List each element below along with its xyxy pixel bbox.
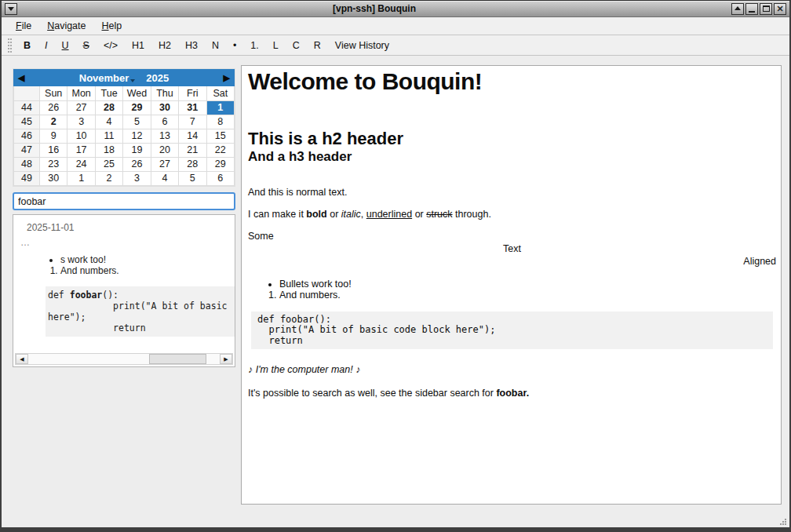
day-cell[interactable]: 12 (123, 129, 151, 143)
editor-area[interactable]: Welcome to Bouquin! This is a h2 header … (241, 65, 782, 505)
day-cell[interactable]: 3 (67, 115, 95, 129)
shade-icon (734, 6, 741, 10)
day-cell[interactable]: 1 (67, 171, 95, 185)
day-cell[interactable]: 17 (67, 143, 95, 157)
day-header-mon: Mon (67, 86, 95, 100)
day-cell[interactable]: 10 (67, 129, 95, 143)
align-left-button[interactable]: L (266, 37, 286, 54)
day-cell[interactable]: 8 (206, 115, 234, 129)
result-code-line: return (48, 322, 235, 333)
day-cell[interactable]: 2 (40, 115, 67, 129)
day-cell[interactable]: 30 (151, 100, 178, 115)
menu-navigate[interactable]: Navigate (39, 17, 93, 35)
day-cell[interactable]: 2 (95, 171, 122, 185)
day-cell[interactable]: 6 (206, 171, 234, 185)
week-number: 49 (14, 171, 40, 185)
maximize-button[interactable] (760, 3, 772, 15)
window-menu-button[interactable] (5, 3, 17, 15)
day-cell[interactable]: 30 (40, 171, 67, 185)
scroll-right-button[interactable]: ▶ (220, 354, 232, 364)
day-cell[interactable]: 5 (123, 115, 151, 129)
result-date-link[interactable]: 2025-11-01 (27, 222, 235, 233)
calendar-year[interactable]: 2025 (146, 72, 169, 84)
shade-button[interactable] (731, 3, 744, 15)
bold-button[interactable]: B (16, 37, 38, 54)
day-cell[interactable]: 23 (40, 157, 67, 171)
day-cell[interactable]: 20 (151, 143, 178, 157)
menu-file[interactable]: File (8, 17, 39, 35)
day-cell[interactable]: 26 (123, 157, 151, 171)
day-cell[interactable]: 18 (95, 143, 122, 157)
search-results-panel[interactable]: 2025-11-01 … s work too! And numbers. de… (13, 214, 235, 367)
day-cell[interactable]: 24 (67, 157, 95, 171)
day-cell[interactable]: 5 (179, 171, 206, 185)
minimize-button[interactable] (745, 3, 758, 15)
day-cell[interactable]: 21 (179, 143, 206, 157)
day-cell[interactable]: 28 (95, 100, 122, 115)
day-cell[interactable]: 19 (123, 143, 151, 157)
search-input[interactable] (13, 192, 235, 210)
doc-left-aligned: Some (248, 231, 776, 242)
menu-help[interactable]: Help (94, 17, 130, 35)
day-cell[interactable]: 29 (206, 157, 234, 171)
next-month-button[interactable]: ▶ (213, 73, 230, 83)
day-cell[interactable]: 14 (179, 129, 206, 143)
calendar-widget: ◀ November2025 ▶ Sun Mon Tue Wed Thu Fri… (13, 68, 235, 187)
format-toolbar: B I U S </> H1 H2 H3 N • 1. L C R View H… (2, 35, 789, 56)
day-cell[interactable]: 11 (95, 129, 122, 143)
horizontal-scrollbar[interactable]: ◀ ▶ (15, 353, 233, 365)
strikethrough-button[interactable]: S (76, 37, 97, 54)
day-cell[interactable]: 28 (179, 157, 206, 171)
day-cell-selected[interactable]: 1 (206, 100, 234, 115)
scrollbar-track[interactable] (28, 354, 220, 364)
align-center-button[interactable]: C (286, 37, 307, 54)
day-cell[interactable]: 31 (179, 100, 206, 115)
align-right-button[interactable]: R (307, 37, 328, 54)
underline-button[interactable]: U (55, 37, 76, 54)
view-history-button[interactable]: View History (328, 37, 396, 54)
code-button[interactable]: </> (97, 37, 125, 54)
scroll-left-button[interactable]: ◀ (16, 354, 28, 364)
calendar-week-row: 46 9 10 11 12 13 14 15 (14, 129, 235, 143)
doc-h1: Welcome to Bouquin! (248, 68, 776, 94)
doc-h3: And a h3 header (248, 150, 776, 164)
day-cell[interactable]: 7 (179, 115, 206, 129)
calendar-header: ◀ November2025 ▶ (13, 69, 235, 86)
week-number: 47 (14, 143, 40, 157)
menu-navigate-key: N (47, 20, 54, 31)
day-cell[interactable]: 15 (206, 129, 234, 143)
resize-grip[interactable] (779, 518, 787, 526)
day-cell[interactable]: 3 (123, 171, 151, 185)
day-header-sun: Sun (40, 86, 67, 100)
day-header-fri: Fri (179, 86, 206, 100)
day-cell[interactable]: 29 (123, 100, 151, 115)
day-cell[interactable]: 22 (206, 143, 234, 157)
day-cell[interactable]: 4 (95, 115, 122, 129)
normal-text-button[interactable]: N (205, 37, 226, 54)
numbered-list-button[interactable]: 1. (243, 37, 265, 54)
scrollbar-thumb[interactable] (149, 354, 206, 364)
bullet-list-button[interactable]: • (226, 37, 243, 54)
toolbar-drag-handle[interactable] (8, 38, 12, 53)
close-button[interactable]: ✕ (774, 3, 786, 15)
day-cell[interactable]: 16 (40, 143, 67, 157)
day-cell[interactable]: 6 (151, 115, 178, 129)
h2-button[interactable]: H2 (151, 37, 178, 54)
day-cell[interactable]: 13 (151, 129, 178, 143)
prev-month-button[interactable]: ◀ (18, 73, 35, 83)
h1-button[interactable]: H1 (125, 37, 151, 54)
menu-help-label: elp (109, 20, 122, 31)
h3-button[interactable]: H3 (178, 37, 205, 54)
italic-button[interactable]: I (38, 37, 54, 54)
calendar-month[interactable]: November (79, 72, 129, 84)
result-bullet-item: s work too! (60, 254, 235, 265)
day-cell[interactable]: 26 (40, 100, 67, 115)
day-cell[interactable]: 25 (95, 157, 122, 171)
day-cell[interactable]: 27 (67, 100, 95, 115)
day-cell[interactable]: 27 (151, 157, 178, 171)
calendar-title[interactable]: November2025 (35, 72, 213, 84)
menu-file-key: F (16, 20, 22, 31)
day-cell[interactable]: 9 (40, 129, 67, 143)
day-cell[interactable]: 4 (151, 171, 178, 185)
underline-sample: underlined (366, 209, 412, 220)
